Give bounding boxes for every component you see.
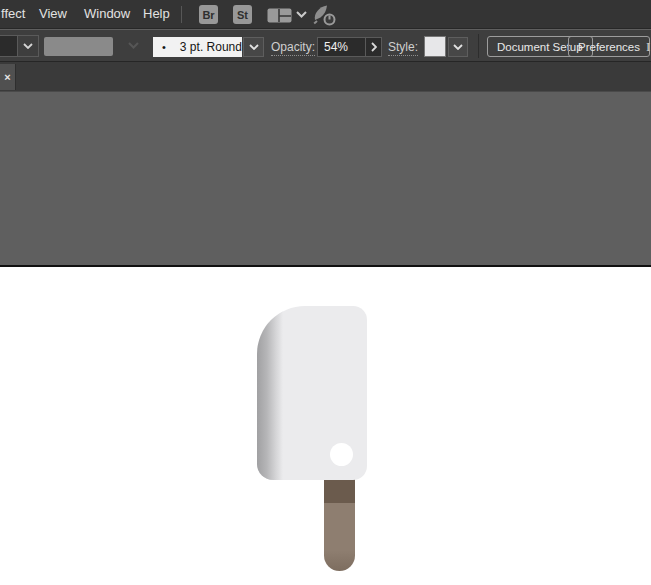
options-divider	[478, 34, 479, 58]
brush-combo-chevron-down-icon[interactable]	[243, 37, 264, 57]
opacity-input[interactable]: 54%	[317, 37, 365, 57]
popsicle-side-shade	[257, 306, 283, 480]
workspace-chevron-down-icon[interactable]	[296, 11, 307, 18]
stock-icon[interactable]: St	[233, 5, 252, 24]
brush-definition-combo[interactable]: • 3 pt. Round	[153, 37, 242, 57]
menu-bar: ffect View Window Help Br St	[0, 0, 651, 29]
menu-window[interactable]: Window	[84, 6, 130, 21]
opacity-expand-chevron-right-icon[interactable]	[365, 37, 382, 57]
menu-help[interactable]: Help	[143, 6, 170, 21]
brush-dot-icon: •	[162, 41, 166, 53]
app-window: ffect View Window Help Br St	[0, 0, 651, 585]
truncated-field[interactable]	[0, 35, 18, 57]
disabled-chevron-down-icon	[128, 42, 139, 49]
gpu-performance-rocket-icon[interactable]	[311, 3, 337, 27]
workspace-layout-icon[interactable]	[267, 8, 292, 23]
brush-definition-value: 3 pt. Round	[180, 40, 242, 54]
style-label[interactable]: Style:	[388, 40, 418, 56]
style-swatch[interactable]	[424, 36, 446, 57]
control-options-bar: • 3 pt. Round Opacity: 54% Style: Docume…	[0, 30, 651, 62]
preferences-button[interactable]: Preferences	[568, 36, 650, 57]
style-chevron-down-icon[interactable]	[448, 37, 468, 57]
menu-divider	[181, 6, 182, 23]
stub-chevron-down-icon[interactable]	[17, 35, 39, 57]
document-tab-bar: ×	[0, 62, 651, 92]
tab-close-icon[interactable]: ×	[0, 64, 16, 90]
clipped-edge-glyph: I	[646, 39, 650, 55]
bridge-icon[interactable]: Br	[199, 5, 218, 24]
popsicle-highlight-dot	[330, 443, 353, 466]
opacity-label[interactable]: Opacity:	[271, 40, 315, 56]
popsicle-stick[interactable]	[324, 478, 355, 571]
menu-effect[interactable]: ffect	[1, 6, 25, 21]
pasteboard[interactable]	[0, 92, 651, 585]
popsicle-body[interactable]	[257, 306, 367, 480]
artboard[interactable]	[0, 265, 651, 585]
fill-preview-field[interactable]	[44, 37, 113, 56]
menu-view[interactable]: View	[39, 6, 67, 21]
popsicle-stick-shadow	[324, 478, 355, 503]
